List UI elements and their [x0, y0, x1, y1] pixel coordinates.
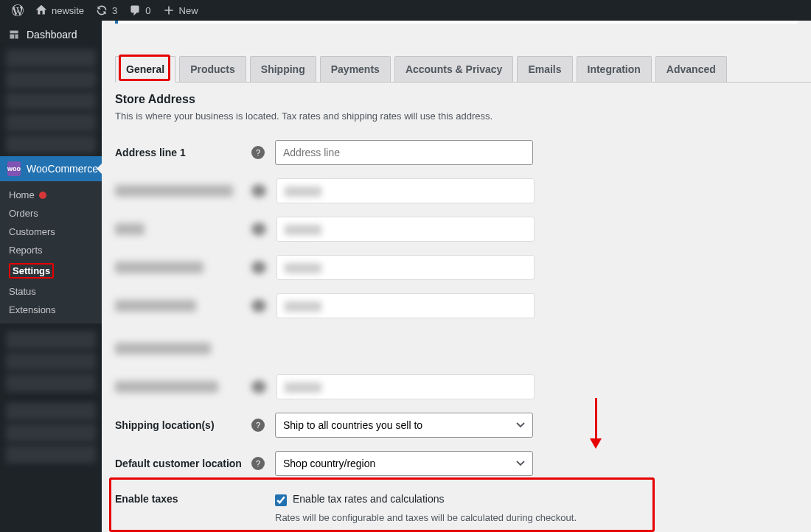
help-icon[interactable]: ? — [251, 146, 265, 159]
row-blurred — [115, 213, 811, 245]
submenu-home[interactable]: Home — [0, 186, 102, 204]
menu-woocommerce[interactable]: woo WooCommerce — [0, 156, 102, 181]
content-area: General Products Shipping Payments Accou… — [102, 21, 811, 532]
section-description: This is where your business is located. … — [115, 111, 811, 122]
row-enable-taxes: Enable taxes Enable tax rates and calcul… — [115, 493, 811, 525]
row-blurred — [115, 371, 811, 403]
shipping-location-select[interactable]: Ship to all countries you sell to — [275, 413, 533, 438]
new-label: New — [179, 5, 198, 16]
row-blurred — [115, 175, 811, 207]
comments-count: 0 — [145, 5, 150, 16]
new-link[interactable]: New — [157, 4, 204, 16]
shipping-location-label: Shipping location(s) — [115, 419, 251, 431]
tab-payments[interactable]: Payments — [320, 56, 391, 82]
notification-dot-icon — [39, 192, 46, 199]
comments-link[interactable]: 0 — [123, 4, 156, 16]
wp-logo[interactable] — [6, 4, 29, 16]
dashboard-icon — [7, 28, 21, 41]
wordpress-icon — [12, 4, 24, 16]
row-blurred — [115, 290, 811, 322]
submenu-settings[interactable]: Settings — [0, 259, 102, 282]
woocommerce-label: WooCommerce — [27, 163, 98, 175]
updates-count: 3 — [112, 5, 117, 16]
submenu-orders[interactable]: Orders — [0, 204, 102, 223]
admin-bar: newsite 3 0 New — [0, 0, 811, 21]
blurred-menu-item — [6, 445, 96, 463]
address1-label: Address line 1 — [115, 147, 251, 158]
submenu-extensions[interactable]: Extensions — [0, 301, 102, 319]
updates-link[interactable]: 3 — [90, 4, 123, 16]
woocommerce-submenu: Home Orders Customers Reports Settings S… — [0, 181, 102, 323]
submenu-status[interactable]: Status — [0, 282, 102, 301]
blurred-menu-item — [6, 49, 96, 68]
tab-accounts-privacy[interactable]: Accounts & Privacy — [394, 56, 514, 82]
settings-form: Address line 1 ? Shipping location(s) ? … — [115, 136, 811, 525]
comment-icon — [129, 4, 141, 16]
default-location-label: Default customer location — [115, 458, 251, 469]
default-location-value: Shop country/region — [283, 458, 375, 469]
plus-icon — [163, 4, 175, 16]
admin-sidebar: Dashboard woo WooCommerce Home Orders Cu… — [0, 21, 102, 532]
blurred-menu-item — [6, 113, 96, 132]
blurred-menu-item — [6, 402, 96, 421]
blurred-menu-item — [6, 352, 96, 371]
blurred-menu-item — [6, 135, 96, 153]
section-heading: Store Address — [115, 93, 811, 106]
tab-emails[interactable]: Emails — [517, 56, 572, 82]
row-blurred — [115, 332, 811, 365]
dashboard-label: Dashboard — [27, 29, 77, 41]
home-icon — [35, 4, 47, 16]
blurred-menu-item — [6, 331, 96, 349]
row-shipping-location: Shipping location(s) ? Ship to all count… — [115, 409, 811, 441]
tab-advanced[interactable]: Advanced — [655, 56, 727, 82]
blurred-menu-item — [6, 374, 96, 392]
tab-products[interactable]: Products — [179, 56, 246, 82]
address1-input[interactable] — [275, 140, 533, 165]
blurred-menu-item — [6, 71, 96, 89]
woo-icon: woo — [7, 161, 21, 176]
chevron-down-icon — [516, 459, 525, 468]
refresh-icon — [96, 4, 108, 16]
default-location-select[interactable]: Shop country/region — [275, 451, 533, 476]
help-icon[interactable]: ? — [251, 457, 265, 470]
notice-fragment — [115, 21, 798, 24]
submenu-customers[interactable]: Customers — [0, 223, 102, 241]
enable-taxes-checkbox[interactable] — [275, 494, 287, 506]
submenu-settings-label: Settings — [9, 263, 54, 279]
row-blurred — [115, 251, 811, 284]
shipping-location-value: Ship to all countries you sell to — [283, 419, 422, 431]
row-default-location: Default customer location ? Shop country… — [115, 447, 811, 480]
site-name: newsite — [52, 5, 84, 16]
help-icon[interactable]: ? — [251, 419, 265, 432]
enable-taxes-label: Enable taxes — [115, 493, 251, 505]
submenu-home-label: Home — [9, 189, 35, 200]
menu-dashboard[interactable]: Dashboard — [0, 21, 102, 46]
tab-integration[interactable]: Integration — [577, 56, 652, 82]
tab-general[interactable]: General — [115, 56, 175, 83]
settings-tabs: General Products Shipping Payments Accou… — [115, 56, 811, 83]
enable-taxes-description: Rates will be configurable and taxes wil… — [275, 512, 577, 523]
submenu-reports[interactable]: Reports — [0, 241, 102, 259]
blurred-menu-item — [6, 424, 96, 442]
site-link[interactable]: newsite — [29, 4, 90, 16]
chevron-down-icon — [516, 421, 525, 430]
enable-taxes-checkbox-label: Enable tax rates and calculations — [293, 493, 444, 505]
tab-shipping[interactable]: Shipping — [250, 56, 316, 82]
row-address1: Address line 1 ? — [115, 136, 811, 169]
blurred-menu-item — [6, 92, 96, 111]
